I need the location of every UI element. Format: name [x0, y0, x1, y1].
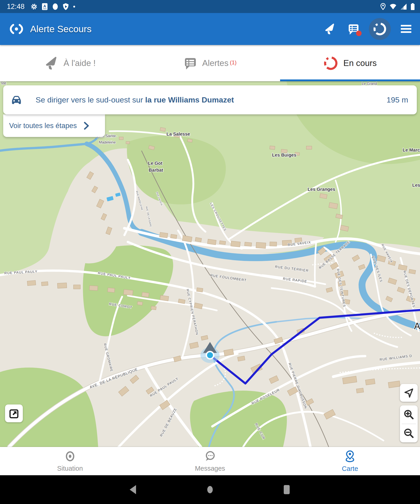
progress-ring-icon	[323, 56, 338, 71]
instruction-distance: 195 m	[387, 96, 408, 104]
place-label: Les Granges	[307, 187, 335, 192]
nav-item-messages[interactable]: Messages	[140, 447, 280, 475]
navigation-arrow-icon	[403, 387, 414, 399]
all-steps-label: Voir toutes les étapes	[9, 122, 77, 130]
gear-icon	[30, 3, 37, 10]
hamburger-icon	[400, 24, 412, 34]
circle-status-icon	[52, 3, 58, 10]
android-navigation-bar	[0, 475, 420, 504]
android-recents-button[interactable]	[248, 484, 325, 496]
tab-label: Alertes	[202, 58, 228, 68]
car-icon	[10, 94, 23, 106]
place-label: Les	[412, 183, 420, 188]
nav-item-label: Messages	[195, 465, 225, 472]
svg-text:A: A	[43, 4, 46, 8]
app-bar: Alerte Secours	[0, 13, 420, 45]
chat-list-icon	[184, 56, 197, 70]
alerte-secours-logo-icon	[9, 22, 24, 36]
menu-button[interactable]	[398, 21, 414, 37]
alerts-messages-button[interactable]	[345, 21, 362, 37]
home-circle-icon	[205, 484, 215, 496]
recents-square-icon	[282, 484, 292, 496]
instruction-text: Se diriger vers le sud-ouest sur la rue …	[36, 96, 234, 104]
android-back-button[interactable]	[95, 484, 172, 495]
place-label: Le Marc	[403, 147, 420, 152]
wifi-icon	[390, 3, 397, 10]
open-external-map-button[interactable]	[5, 404, 23, 422]
app-screen: 12:48 A	[0, 0, 420, 504]
place-label: Madeleine	[99, 140, 116, 144]
location-pin-icon	[380, 3, 386, 11]
megaphone-icon	[44, 56, 58, 70]
place-label: La Salesse	[166, 132, 190, 137]
notification-icons: A	[30, 3, 75, 10]
nav-item-label: Carte	[342, 465, 358, 473]
autofill-a-icon: A	[42, 3, 48, 10]
zoom-in-icon	[403, 409, 414, 420]
nav-item-label: Situation	[57, 465, 83, 472]
place-label: Barbat	[149, 168, 163, 173]
nav-item-carte[interactable]: Carte	[280, 447, 420, 475]
in-progress-spinner-button[interactable]	[369, 18, 391, 40]
megaphone-button[interactable]	[321, 21, 338, 37]
chevron-right-icon	[84, 121, 90, 130]
target-icon	[64, 450, 76, 462]
status-bar: 12:48 A	[0, 0, 420, 13]
speech-bubble-icon	[204, 450, 216, 462]
android-home-button[interactable]	[172, 484, 248, 496]
battery-icon	[410, 3, 415, 11]
instruction-road: la rue Williams Dumazet	[145, 96, 234, 104]
zoom-out-button[interactable]	[400, 424, 418, 442]
bottom-navigation: Situation Messages Carte	[0, 447, 420, 475]
navigation-instruction-card[interactable]: Se diriger vers le sud-ouest sur la rue …	[3, 85, 417, 114]
megaphone-icon	[324, 23, 336, 35]
back-triangle-icon	[128, 484, 138, 495]
place-label: Les Buiges	[272, 152, 296, 157]
signal-icon	[400, 3, 407, 10]
tab-en-cours[interactable]: En cours	[280, 45, 420, 81]
zoom-out-icon	[403, 427, 414, 439]
shield-play-icon	[63, 3, 69, 10]
town-label: Au	[414, 321, 420, 331]
zoom-in-button[interactable]	[400, 405, 418, 424]
tab-label: À l'aide !	[63, 58, 96, 68]
place-label: Vat	[1, 81, 6, 85]
open-external-icon	[8, 408, 19, 419]
unread-badge	[356, 30, 362, 36]
clock: 12:48	[7, 2, 25, 11]
alert-count-badge: (1)	[230, 59, 236, 66]
system-status-icons	[380, 3, 415, 11]
map-pin-icon	[343, 450, 356, 463]
nav-item-situation[interactable]: Situation	[0, 447, 140, 475]
tab-bar: À l'aide ! Alertes(1) En cours	[0, 45, 420, 81]
zoom-controls	[400, 405, 418, 442]
app-title: Alerte Secours	[30, 24, 91, 35]
place-label: Le Got	[148, 161, 162, 166]
tab-a-laide[interactable]: À l'aide !	[0, 45, 140, 81]
progress-ring-icon	[373, 22, 387, 36]
dot-status-icon	[73, 6, 75, 8]
place-label: Le Grand	[362, 82, 377, 86]
recenter-compass-button[interactable]	[400, 384, 418, 402]
tab-label: En cours	[343, 58, 377, 68]
tab-alertes[interactable]: Alertes(1)	[140, 45, 280, 81]
all-steps-button[interactable]: Voir toutes les étapes	[3, 114, 105, 137]
